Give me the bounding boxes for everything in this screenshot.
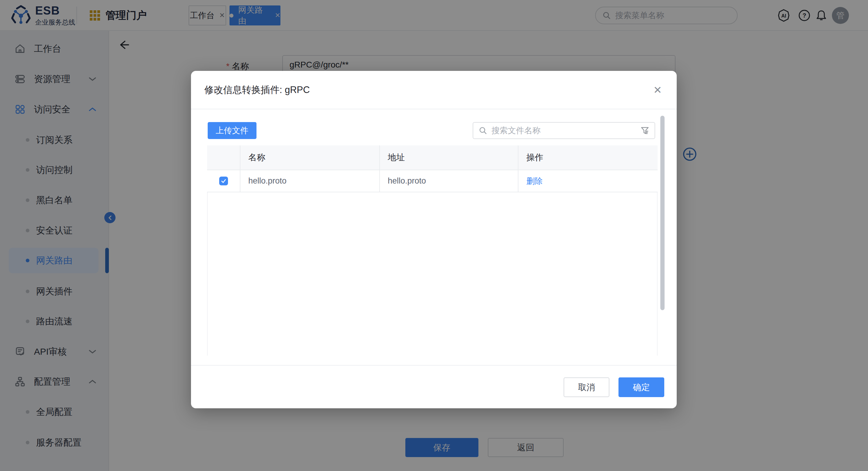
row-checkbox-checked[interactable] xyxy=(219,177,228,186)
filter-funnel-icon[interactable] xyxy=(641,126,649,135)
column-header-address: 地址 xyxy=(380,145,519,170)
table-row: hello.proto hello.proto 删除 xyxy=(207,170,658,192)
modal-scrollbar[interactable] xyxy=(660,116,664,310)
table-empty-area xyxy=(207,192,658,356)
confirm-button[interactable]: 确定 xyxy=(619,377,664,397)
cell-file-name: hello.proto xyxy=(241,170,380,192)
edit-plugin-modal: 修改信息转换插件: gRPC ✕ 上传文件 名称 地址 操作 xyxy=(191,71,677,408)
column-header-name: 名称 xyxy=(241,145,380,170)
search-icon xyxy=(479,126,487,135)
file-search-input[interactable] xyxy=(492,126,637,135)
cancel-button-label: 取消 xyxy=(578,382,595,393)
upload-file-button[interactable]: 上传文件 xyxy=(208,122,256,139)
delete-link[interactable]: 删除 xyxy=(526,176,543,187)
column-header-action: 操作 xyxy=(519,145,658,170)
modal-title: 修改信息转换插件: gRPC xyxy=(204,83,310,96)
modal-footer-divider xyxy=(191,365,677,366)
select-column-header xyxy=(207,145,241,170)
file-search-box[interactable] xyxy=(473,122,655,139)
files-table: 名称 地址 操作 hello.proto hello.proto 删除 xyxy=(207,145,658,356)
modal-close-icon[interactable]: ✕ xyxy=(650,82,665,98)
cell-file-address: hello.proto xyxy=(380,170,519,192)
modal-header: 修改信息转换插件: gRPC xyxy=(191,71,677,109)
confirm-button-label: 确定 xyxy=(633,382,650,393)
cancel-button[interactable]: 取消 xyxy=(564,377,610,397)
upload-file-label: 上传文件 xyxy=(216,125,249,136)
table-header-row: 名称 地址 操作 xyxy=(207,145,658,170)
